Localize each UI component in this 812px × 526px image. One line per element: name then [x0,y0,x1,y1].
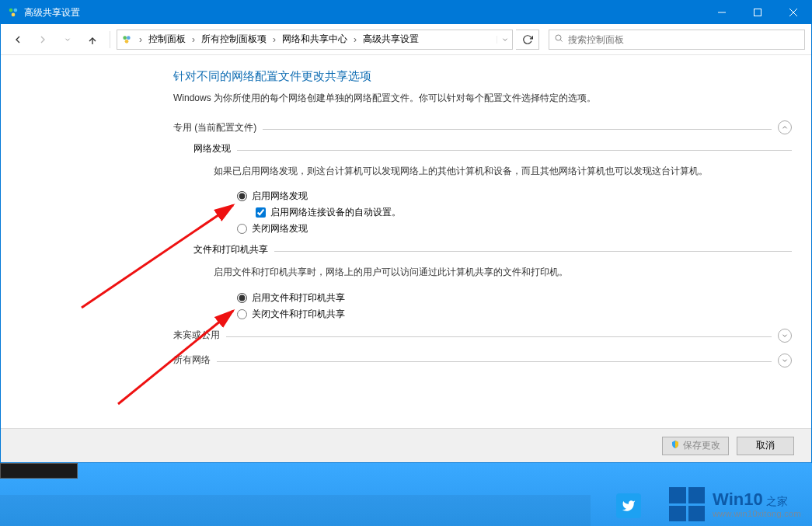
page-description: Windows 为你所使用的每个网络创建单独的网络配置文件。你可以针对每个配置文… [173,92,792,105]
svg-line-12 [560,40,562,41]
watermark: Win10之家 www.win10xitong.com [669,487,801,521]
search-input[interactable] [568,34,800,45]
windows-logo-icon [669,487,705,521]
window: 高级共享设置 › 控制面板 › 所有控制面板项 › 网络和共享中心 › [0,0,812,463]
save-button-label: 保存更改 [683,439,720,452]
svg-point-11 [556,35,561,40]
watermark-suffix: 之家 [766,495,788,507]
profile-guest: 来宾或公用 [173,329,792,343]
cancel-button-label: 取消 [756,439,775,452]
app-icon [7,6,19,19]
radio-input[interactable] [237,191,247,201]
watermark-url: www.win10xitong.com [713,509,801,518]
refresh-button[interactable] [516,30,539,50]
search-icon [554,33,563,45]
radio-enable-file-printer[interactable]: 启用文件和打印机共享 [237,291,792,305]
address-dropdown[interactable] [497,36,512,44]
network-discovery-desc: 如果已启用网络发现，则这台计算机可以发现网络上的其他计算机和设备，而且其他网络计… [214,163,792,179]
minimize-button[interactable] [704,1,740,24]
back-button[interactable] [7,29,29,51]
network-discovery-heading: 网络发现 [193,142,231,155]
profile-guest-header[interactable]: 来宾或公用 [173,329,792,343]
up-button[interactable] [82,29,103,51]
crumb-2[interactable]: 网络和共享中心 [279,30,350,49]
radio-enable-discovery[interactable]: 启用网络发现 [237,190,792,203]
file-printer-section: 文件和打印机共享 启用文件和打印机共享时，网络上的用户可以访问通过此计算机共享的… [193,243,792,320]
watermark-brand: Win10 [713,489,763,509]
twitter-icon [616,493,641,518]
chevron-right-icon: › [271,34,277,45]
address-icon [117,34,136,45]
network-discovery-section: 网络发现 如果已启用网络发现，则这台计算机可以发现网络上的其他计算机和设备，而且… [193,142,792,235]
window-title: 高级共享设置 [24,6,80,19]
svg-point-1 [14,9,18,12]
titlebar: 高级共享设置 [1,1,811,24]
shield-icon [671,440,680,451]
content-area: 针对不同的网络配置文件更改共享选项 Windows 为你所使用的每个网络创建单独… [1,55,811,428]
radio-input[interactable] [237,293,247,303]
breadcrumb: › 控制面板 › 所有控制面板项 › 网络和共享中心 › 高级共享设置 [136,30,497,49]
svg-rect-4 [754,9,761,16]
collapse-down-icon[interactable] [778,329,792,343]
profile-private-header[interactable]: 专用 (当前配置文件) [173,120,792,134]
recent-dropdown[interactable] [57,29,78,51]
close-button[interactable] [775,1,811,24]
page-title: 针对不同的网络配置文件更改共享选项 [173,69,792,84]
collapse-down-icon[interactable] [778,354,792,368]
navbar: › 控制面板 › 所有控制面板项 › 网络和共享中心 › 高级共享设置 [1,24,811,55]
taskbar: Win10之家 www.win10xitong.com [0,463,812,526]
save-button[interactable]: 保存更改 [662,437,729,455]
checkbox-input[interactable] [256,207,266,218]
profile-all-label: 所有网络 [173,354,211,367]
crumb-1[interactable]: 所有控制面板项 [198,30,270,49]
search-box[interactable] [549,30,805,50]
profile-private: 专用 (当前配置文件) 网络发现 如果已启用网络发现，则这台计算机可以发现网络上… [173,120,792,321]
checkbox-auto-setup[interactable]: 启用网络连接设备的自动设置。 [256,206,792,219]
profile-private-label: 专用 (当前配置文件) [173,121,256,134]
svg-point-10 [125,40,129,44]
chevron-right-icon: › [138,34,144,45]
crumb-0[interactable]: 控制面板 [145,30,189,49]
forward-button[interactable] [32,29,54,51]
address-bar[interactable]: › 控制面板 › 所有控制面板项 › 网络和共享中心 › 高级共享设置 [117,30,513,50]
profile-all-header[interactable]: 所有网络 [173,354,792,368]
profile-all: 所有网络 [173,354,792,368]
chevron-right-icon: › [352,34,358,45]
svg-point-8 [123,36,127,40]
radio-disable-file-printer[interactable]: 关闭文件和打印机共享 [237,308,792,321]
taskbar-thumb [0,463,78,479]
svg-point-2 [12,13,16,17]
footer: 保存更改 取消 [1,428,811,462]
radio-disable-discovery[interactable]: 关闭网络发现 [237,222,792,235]
file-printer-desc: 启用文件和打印机共享时，网络上的用户可以访问通过此计算机共享的文件和打印机。 [214,264,792,280]
svg-point-9 [127,36,131,40]
chevron-right-icon: › [190,34,197,45]
file-printer-heading: 文件和打印机共享 [193,243,268,256]
svg-point-0 [9,9,13,12]
maximize-button[interactable] [740,1,775,24]
radio-input[interactable] [237,309,247,319]
cancel-button[interactable]: 取消 [737,437,794,455]
collapse-up-icon[interactable] [778,120,792,134]
radio-input[interactable] [237,224,247,234]
profile-guest-label: 来宾或公用 [173,329,220,342]
crumb-3[interactable]: 高级共享设置 [360,30,422,49]
